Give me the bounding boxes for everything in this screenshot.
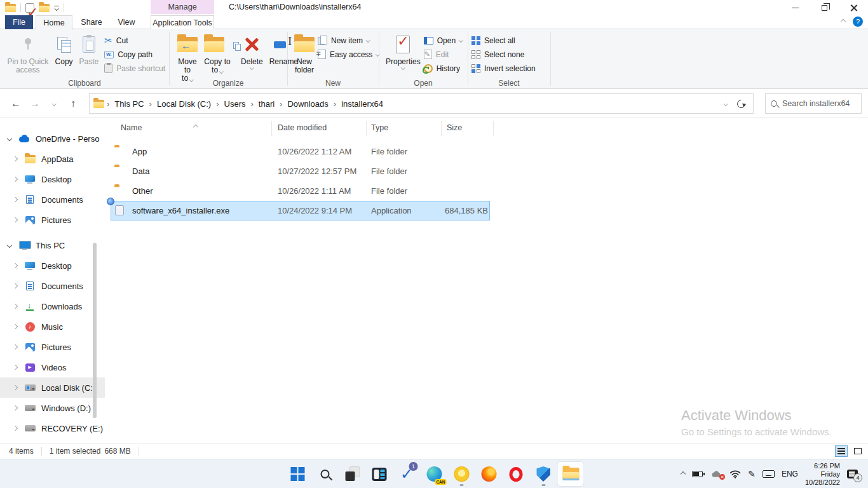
sidebar-item-documents-pc[interactable]: Documents: [0, 276, 105, 296]
sidebar-item-pictures[interactable]: Pictures: [0, 210, 105, 230]
tab-home[interactable]: Home: [36, 15, 72, 30]
sidebar-item-desktop-pc[interactable]: Desktop: [0, 255, 105, 276]
copy-to-icon: [204, 37, 224, 52]
sidebar-item-downloads[interactable]: Downloads: [0, 296, 105, 316]
paste-shortcut-button[interactable]: Paste shortcut: [104, 62, 165, 75]
column-header-size[interactable]: Size: [447, 123, 462, 132]
easy-access-button[interactable]: Easy access: [318, 48, 379, 61]
breadcrumb-item[interactable]: Users: [219, 99, 251, 109]
restore-button[interactable]: [810, 0, 839, 15]
pin-to-quick-access-button[interactable]: Pin to Quick access: [4, 31, 52, 76]
move-to-button[interactable]: ← Move to to: [174, 31, 201, 85]
back-button[interactable]: ←: [6, 94, 25, 113]
onedrive-tray-icon[interactable]: ✕: [710, 470, 722, 478]
help-icon[interactable]: ?: [853, 17, 863, 27]
sidebar-item-windows-d[interactable]: Windows (D:): [0, 398, 105, 418]
file-row-app[interactable]: App 10/26/2022 1:12 AM File folder: [111, 142, 490, 161]
address-bar[interactable]: › This PC› Local Disk (C:)› Users› thari…: [89, 93, 754, 114]
sidebar-item-music[interactable]: ♪ Music: [0, 316, 105, 337]
hidden-icons-chevron[interactable]: [681, 472, 685, 476]
sidebar-item-this-pc[interactable]: This PC: [0, 235, 105, 255]
taskbar-search-button[interactable]: [311, 461, 339, 487]
file-row-data[interactable]: Data 10/27/2022 12:57 PM File folder: [111, 161, 490, 181]
column-header-name[interactable]: Name: [121, 123, 142, 132]
minimize-button[interactable]: [780, 0, 810, 15]
history-button[interactable]: History: [424, 62, 463, 75]
item-count: 4 items: [9, 447, 34, 456]
copy-to-button[interactable]: Copy to to: [201, 31, 234, 85]
defender-button[interactable]: [530, 461, 557, 487]
address-dropdown-icon[interactable]: [724, 102, 728, 105]
sidebar-item-appdata[interactable]: AppData: [0, 149, 105, 169]
sidebar-item-pictures-pc[interactable]: Pictures: [0, 337, 105, 357]
file-explorer-button[interactable]: [557, 461, 585, 487]
chevron-down-icon[interactable]: [7, 136, 12, 141]
column-header-type[interactable]: Type: [371, 123, 388, 132]
details-view-button[interactable]: [835, 445, 848, 457]
tab-view[interactable]: View: [111, 15, 142, 29]
breadcrumb-item[interactable]: installerx64: [336, 99, 388, 109]
sidebar-item-recovery-e[interactable]: RECOVERY (E:): [0, 418, 105, 438]
tab-share[interactable]: Share: [76, 15, 107, 29]
sidebar-scrollbar[interactable]: [93, 243, 97, 418]
sidebar-item-documents[interactable]: Documents: [0, 189, 105, 210]
sidebar-item-onedrive[interactable]: OneDrive - Perso: [0, 128, 105, 149]
breadcrumb-item[interactable]: Local Disk (C:): [152, 99, 216, 109]
touch-keyboard-icon[interactable]: [763, 470, 775, 478]
clock[interactable]: 6:26 PM Friday 10/28/2022: [805, 462, 840, 487]
invert-selection-button[interactable]: Invert selection: [471, 62, 536, 75]
edit-button[interactable]: Edit: [424, 48, 463, 61]
close-button[interactable]: [839, 0, 868, 15]
sidebar-item-local-disk-c[interactable]: Local Disk (C:): [0, 377, 105, 398]
select-all-button[interactable]: Select all: [471, 34, 536, 47]
history-icon: [424, 64, 433, 73]
new-item-button[interactable]: New item: [318, 34, 379, 47]
column-header-date-modified[interactable]: Date modified: [278, 123, 327, 132]
sidebar-item-videos[interactable]: ▶ Videos: [0, 357, 105, 377]
wifi-icon[interactable]: [729, 470, 741, 478]
tab-file[interactable]: File: [5, 15, 33, 29]
input-language[interactable]: ENG: [782, 470, 798, 478]
search-box[interactable]: [765, 93, 862, 114]
firefox-button[interactable]: [475, 461, 503, 487]
qat-customize-icon[interactable]: [54, 6, 59, 10]
explorer-icon: [5, 4, 16, 12]
large-icons-view-button[interactable]: [851, 445, 864, 457]
cut-button[interactable]: ✂Cut: [104, 34, 165, 47]
sidebar-item-desktop[interactable]: Desktop: [0, 169, 105, 189]
new-folder-qat-icon[interactable]: [39, 4, 50, 12]
collapse-ribbon-icon[interactable]: [841, 19, 846, 24]
refresh-icon[interactable]: [735, 98, 747, 109]
breadcrumb-item[interactable]: thari: [254, 99, 280, 109]
notification-center-button[interactable]: 4: [847, 470, 858, 478]
delete-button[interactable]: Delete: [238, 31, 266, 85]
tab-application-tools[interactable]: Application Tools: [151, 15, 214, 29]
breadcrumb-item[interactable]: Downloads: [282, 99, 333, 109]
start-button[interactable]: [284, 461, 311, 487]
new-folder-button[interactable]: New folder: [291, 31, 318, 76]
edge-canary-button[interactable]: CAN: [421, 461, 448, 487]
paste-button[interactable]: Paste: [76, 31, 102, 76]
properties-qat-icon[interactable]: [25, 3, 34, 13]
properties-button[interactable]: Properties: [383, 31, 424, 75]
copy-path-button[interactable]: Copy path: [104, 48, 165, 61]
search-input[interactable]: [782, 99, 852, 108]
select-none-button[interactable]: Select none: [471, 48, 536, 61]
opera-button[interactable]: [503, 461, 530, 487]
chevron-right-icon[interactable]: [13, 156, 18, 161]
copy-button[interactable]: Copy: [52, 31, 76, 76]
chrome-canary-button[interactable]: [448, 461, 475, 487]
breadcrumb-item[interactable]: This PC: [109, 99, 149, 109]
open-button[interactable]: Open: [424, 34, 463, 47]
forward-button[interactable]: →: [25, 94, 44, 113]
task-view-button[interactable]: [339, 461, 366, 487]
todo-app-button[interactable]: ✓ 1: [393, 461, 421, 487]
file-row-installer-selected[interactable]: software_x64_installer.exe 10/24/2022 9:…: [111, 201, 490, 220]
battery-icon[interactable]: [692, 471, 703, 477]
contextual-tab-group[interactable]: Manage: [151, 0, 214, 14]
pen-icon[interactable]: ✎: [748, 469, 756, 479]
up-button[interactable]: ↑: [64, 94, 83, 113]
recent-locations-icon[interactable]: [44, 94, 64, 113]
file-row-other[interactable]: Other 10/26/2022 1:11 AM File folder: [111, 181, 490, 201]
widgets-button[interactable]: [366, 461, 393, 487]
